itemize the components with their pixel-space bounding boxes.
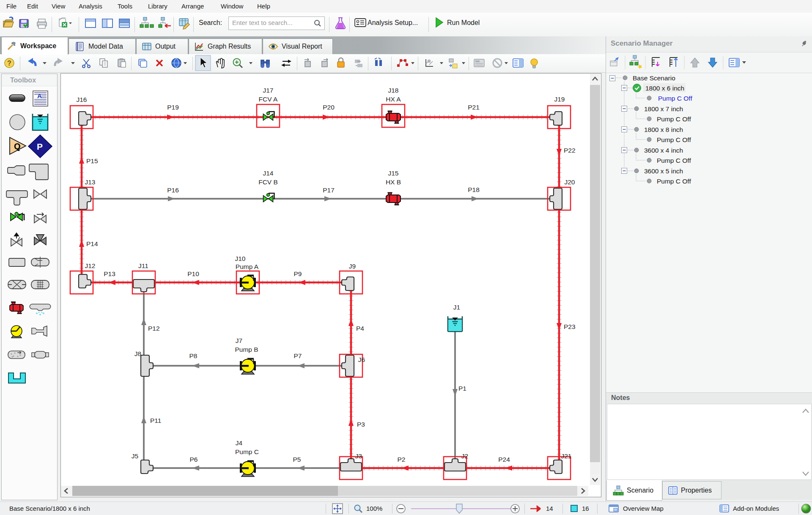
svg-text:J19: J19 [554,96,565,103]
svg-text:Base Scenario: Base Scenario [633,74,675,82]
svg-text:J13: J13 [85,178,96,186]
svg-text:J15: J15 [388,170,399,177]
svg-text:P14: P14 [86,240,98,247]
svg-text:P6: P6 [190,456,198,463]
svg-text:J2: J2 [461,452,468,460]
svg-text:P10: P10 [187,270,199,277]
svg-text:J17: J17 [263,87,274,94]
svg-text:Pump A: Pump A [236,263,259,270]
svg-text:P4: P4 [356,325,364,332]
svg-text:P8: P8 [189,352,198,359]
svg-text:3600 x 4 inch: 3600 x 4 inch [644,147,683,154]
svg-text:J12: J12 [85,262,96,269]
svg-text:J7: J7 [236,337,242,344]
svg-text:P24: P24 [498,456,510,463]
svg-text:P17: P17 [323,186,335,194]
svg-text:J8: J8 [134,350,141,357]
svg-text:P9: P9 [294,270,302,277]
svg-text:P12: P12 [148,325,160,332]
svg-text:Pump C Off: Pump C Off [657,157,691,164]
svg-text:J3: J3 [355,452,362,460]
svg-text:P16: P16 [167,186,179,194]
svg-text:J1: J1 [453,304,460,311]
svg-text:P7: P7 [294,352,302,359]
svg-text:J9: J9 [349,263,356,270]
svg-text:P13: P13 [104,270,115,277]
svg-text:HX B: HX B [386,178,401,186]
svg-text:J20: J20 [565,178,575,186]
svg-text:J21: J21 [561,452,572,460]
svg-text:FCV A: FCV A [259,96,278,103]
svg-text:P1: P1 [458,385,466,392]
svg-text:A: A [37,92,42,99]
svg-text:?: ? [7,60,11,67]
svg-text:P21: P21 [468,104,480,111]
svg-text:J16: J16 [77,96,87,103]
svg-text:J14: J14 [263,170,274,177]
svg-text:P22: P22 [564,147,576,154]
svg-text:P2: P2 [398,456,406,463]
svg-text:Pump C Off: Pump C Off [657,178,691,185]
svg-text:P5: P5 [293,456,301,463]
svg-text:P3: P3 [357,421,365,428]
svg-text:FCV B: FCV B [258,178,278,186]
svg-text:HX A: HX A [386,96,401,103]
svg-text:J10: J10 [235,255,246,262]
svg-text:J6: J6 [358,356,365,363]
svg-text:P11: P11 [150,417,161,424]
svg-text:J4: J4 [236,439,243,447]
svg-text:P: P [37,142,43,151]
svg-text:Pump B: Pump B [235,346,258,353]
svg-text:Pump C Off: Pump C Off [657,115,691,123]
svg-text:J18: J18 [388,87,399,94]
svg-text:Pump C Off: Pump C Off [657,136,691,143]
svg-text:Q: Q [14,142,21,151]
svg-text:Pump C Off: Pump C Off [658,95,692,102]
svg-text:P23: P23 [564,323,576,330]
svg-text:J11: J11 [138,262,148,269]
svg-text:P15: P15 [86,157,98,164]
svg-text:J5: J5 [132,452,138,460]
svg-text:1800 x 6 inch: 1800 x 6 inch [645,85,684,92]
svg-text:1800 x 8 inch: 1800 x 8 inch [644,126,683,133]
svg-text:P18: P18 [468,186,480,193]
svg-text:Pump C: Pump C [235,448,259,455]
svg-text:3600 x 5 inch: 3600 x 5 inch [644,167,683,175]
svg-text:1800 x 7 inch: 1800 x 7 inch [644,105,683,112]
svg-text:P20: P20 [323,104,335,111]
svg-text:P19: P19 [167,104,179,111]
